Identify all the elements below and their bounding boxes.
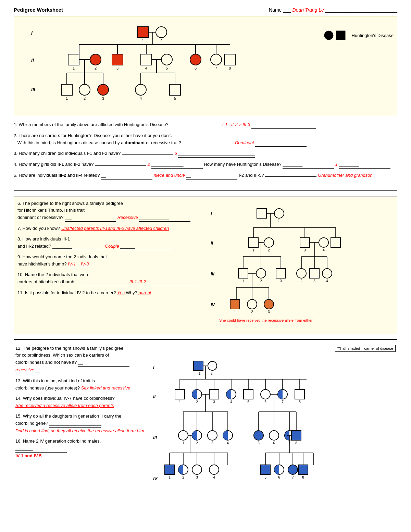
svg-rect-200 xyxy=(261,465,270,474)
svg-text:2: 2 xyxy=(182,475,184,479)
svg-text:3: 3 xyxy=(268,310,270,314)
svg-text:2: 2 xyxy=(196,400,198,404)
svg-text:8: 8 xyxy=(302,475,304,479)
svg-text:3: 3 xyxy=(280,279,282,283)
colorblindness-pedigree: I II III IV 1 2 1 2 xyxy=(152,354,344,525)
svg-text:2: 2 xyxy=(84,96,86,100)
svg-text:3: 3 xyxy=(211,441,213,445)
svg-text:3: 3 xyxy=(102,96,104,100)
svg-text:3: 3 xyxy=(304,248,306,252)
question-7: 7. How do you know? Unaffected parents I… xyxy=(17,225,202,232)
svg-text:III: III xyxy=(153,435,157,440)
svg-text:3: 3 xyxy=(213,400,215,404)
question-16: 16. Name 2 IV generation colorblind male… xyxy=(15,438,146,459)
svg-point-196 xyxy=(192,465,202,474)
svg-text:2: 2 xyxy=(300,279,302,283)
svg-text:3: 3 xyxy=(313,279,315,283)
svg-text:4: 4 xyxy=(227,441,229,445)
svg-point-98 xyxy=(297,269,306,278)
svg-point-24 xyxy=(161,54,172,65)
svg-rect-7 xyxy=(68,54,79,65)
question-11: 11. Is it possible for individual IV-2 t… xyxy=(17,289,202,297)
legend: = Huntington's Disease xyxy=(324,30,394,40)
colorblindness-legend: **half-shaded = carrier of disease xyxy=(335,345,396,352)
svg-text:4: 4 xyxy=(145,66,147,70)
svg-rect-80 xyxy=(331,238,340,247)
svg-rect-63 xyxy=(249,238,258,247)
svg-text:1: 1 xyxy=(234,310,236,314)
svg-text:6: 6 xyxy=(273,441,275,445)
svg-text:8: 8 xyxy=(299,400,301,404)
question-8: 8. How are individuals III-1and III-2 re… xyxy=(17,236,202,250)
svg-rect-192 xyxy=(165,465,174,474)
svg-rect-85 xyxy=(276,269,286,278)
question-3: 3. How many children did individuals I-1… xyxy=(14,150,397,158)
svg-rect-100 xyxy=(310,269,319,278)
svg-text:1: 1 xyxy=(66,96,68,100)
svg-text:8: 8 xyxy=(295,441,297,445)
svg-point-198 xyxy=(209,465,219,474)
svg-point-45 xyxy=(135,84,146,95)
generation-II-label: II xyxy=(31,58,34,63)
svg-text:7: 7 xyxy=(215,66,217,70)
section-divider-2 xyxy=(14,339,397,340)
svg-text:8: 8 xyxy=(229,66,231,70)
svg-point-43 xyxy=(98,84,109,95)
legend-text: = Huntington's Disease xyxy=(348,33,394,38)
page-header: Pedigree Worksheet Name ___ Doan Trang L… xyxy=(14,7,397,13)
question-15: 15. Why do all the daughters in generati… xyxy=(15,413,146,434)
colorblindness-questions: 12. The pedigree to the right shows a fa… xyxy=(15,345,146,525)
question-4: 4. How many girls did II-1 and II-2 have… xyxy=(14,161,397,169)
svg-text:2: 2 xyxy=(196,441,198,445)
question-2: 2. There are no carriers for Huntington'… xyxy=(14,132,397,147)
svg-text:I: I xyxy=(211,211,212,216)
svg-text:5: 5 xyxy=(247,400,249,404)
svg-text:4: 4 xyxy=(230,400,232,404)
question-6: 6. The pedigree to the right shows a fam… xyxy=(17,200,202,222)
name-field: Name ___ Doan Trang Le _________________… xyxy=(269,7,397,13)
legend-filled-square xyxy=(336,30,346,40)
svg-text:1: 1 xyxy=(242,279,244,283)
questions-section-1: 1. Which members of the family above are… xyxy=(14,121,397,187)
svg-rect-21 xyxy=(141,54,152,65)
svg-point-102 xyxy=(322,269,332,278)
svg-text:5: 5 xyxy=(166,66,168,70)
svg-rect-50 xyxy=(336,31,345,40)
svg-text:5: 5 xyxy=(174,96,176,100)
svg-point-108 xyxy=(264,299,274,309)
svg-point-10 xyxy=(90,54,101,65)
svg-text:2: 2 xyxy=(95,66,97,70)
svg-text:1: 1 xyxy=(262,219,264,223)
svg-text:1: 1 xyxy=(142,39,144,43)
svg-point-65 xyxy=(264,238,274,247)
question-10: 10. Name the 2 individuals that werecarr… xyxy=(17,271,202,286)
svg-text:2: 2 xyxy=(160,39,162,43)
svg-text:1: 1 xyxy=(169,475,171,479)
svg-rect-55 xyxy=(257,209,266,218)
svg-rect-123 xyxy=(175,389,185,399)
svg-text:2: 2 xyxy=(277,219,279,223)
page-title: Pedigree Worksheet xyxy=(14,7,63,13)
svg-rect-36 xyxy=(224,54,235,65)
svg-text:IV: IV xyxy=(211,302,215,307)
svg-rect-74 xyxy=(300,238,310,247)
svg-text:5: 5 xyxy=(258,441,260,445)
hitchhikers-questions: 6. The pedigree to the right shows a fam… xyxy=(17,200,202,330)
svg-text:7: 7 xyxy=(282,400,284,404)
svg-point-170 xyxy=(269,431,279,440)
svg-text:2: 2 xyxy=(268,248,270,252)
svg-point-168 xyxy=(254,431,263,440)
svg-text:I: I xyxy=(153,365,154,370)
svg-point-31 xyxy=(190,54,201,65)
svg-text:6: 6 xyxy=(264,400,266,404)
svg-text:1: 1 xyxy=(199,372,201,375)
svg-point-41 xyxy=(79,84,90,95)
svg-rect-39 xyxy=(61,84,72,95)
svg-point-116 xyxy=(208,361,217,370)
svg-point-49 xyxy=(324,31,333,40)
svg-rect-104 xyxy=(230,299,240,309)
question-1: 1. Which members of the family above are… xyxy=(14,121,397,129)
hitchhikers-section: 6. The pedigree to the right shows a fam… xyxy=(14,196,397,334)
svg-rect-0 xyxy=(137,27,148,38)
question-13: 13. With this in mind, what kind of trai… xyxy=(15,378,146,392)
